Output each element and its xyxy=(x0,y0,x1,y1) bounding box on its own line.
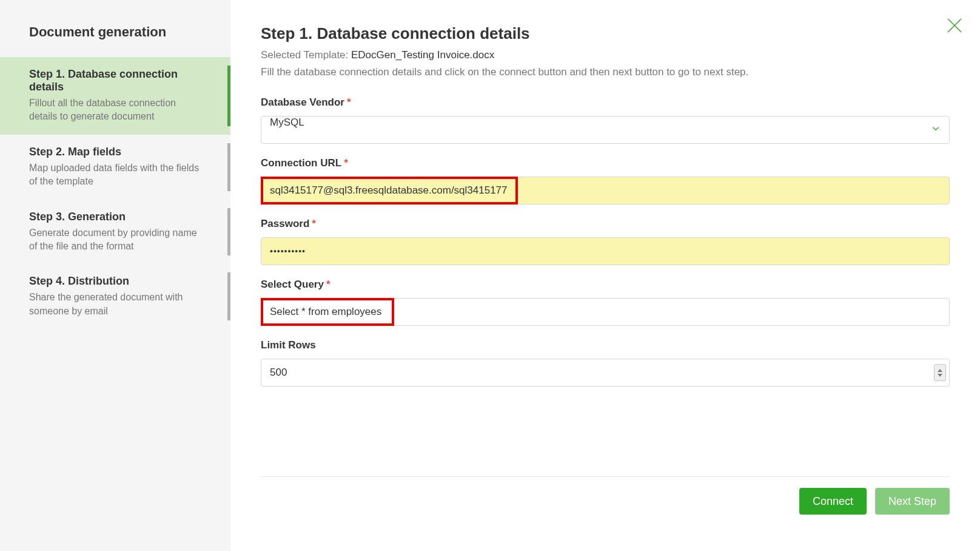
step-title: Step 4. Distribution xyxy=(29,275,201,288)
required-indicator: * xyxy=(344,157,348,169)
required-indicator: * xyxy=(312,218,316,229)
step-title: Step 3. Generation xyxy=(29,211,201,223)
password-input[interactable] xyxy=(261,237,950,265)
step-desc: Fillout all the database connection deta… xyxy=(29,96,201,124)
page-title: Step 1. Database connection details xyxy=(261,24,950,43)
limit-label: Limit Rows xyxy=(261,339,950,351)
sidebar-step-1[interactable]: Step 1. Database connection details Fill… xyxy=(0,57,230,135)
sidebar-step-4[interactable]: Step 4. Distribution Share the generated… xyxy=(0,264,230,329)
connect-button[interactable]: Connect xyxy=(799,488,867,515)
sidebar-step-3[interactable]: Step 3. Generation Generate document by … xyxy=(0,200,230,265)
spinner-up-icon xyxy=(938,369,942,372)
step-desc: Generate document by providing name of t… xyxy=(29,226,201,254)
vendor-group: Database Vendor* MySQL xyxy=(261,96,950,144)
url-group: Connection URL* xyxy=(261,157,950,205)
query-group: Select Query* xyxy=(261,279,950,326)
close-button[interactable] xyxy=(946,17,963,36)
required-indicator: * xyxy=(347,96,351,108)
sidebar: Document generation Step 1. Database con… xyxy=(0,0,230,551)
step-title: Step 2. Map fields xyxy=(29,146,201,158)
vendor-label: Database Vendor* xyxy=(261,96,950,109)
number-spinner[interactable] xyxy=(934,364,946,381)
url-label: Connection URL* xyxy=(261,157,950,169)
query-input[interactable] xyxy=(261,298,950,326)
password-group: Password* xyxy=(261,218,950,265)
query-label: Select Query* xyxy=(261,279,950,291)
password-label: Password* xyxy=(261,218,950,230)
required-indicator: * xyxy=(326,279,331,290)
step-desc: Map uploaded data fields with the fields… xyxy=(29,161,201,189)
selected-template-row: Selected Template: EDocGen_Testing Invoi… xyxy=(261,49,950,61)
sidebar-title: Document generation xyxy=(0,19,230,57)
selected-template-label: Selected Template: xyxy=(261,49,351,61)
vendor-select-wrapper: MySQL xyxy=(261,116,950,144)
sidebar-step-2[interactable]: Step 2. Map fields Map uploaded data fie… xyxy=(0,135,230,200)
step-title: Step 1. Database connection details xyxy=(29,68,201,93)
selected-template-name: EDocGen_Testing Invoice.docx xyxy=(351,49,494,61)
footer-actions: Connect Next Step xyxy=(261,476,950,515)
spinner-down-icon xyxy=(938,374,942,377)
main-content: Step 1. Database connection details Sele… xyxy=(230,0,980,551)
step-desc: Share the generated document with someon… xyxy=(29,291,201,318)
limit-rows-input[interactable] xyxy=(261,359,950,387)
close-icon xyxy=(946,17,963,34)
app-container: Document generation Step 1. Database con… xyxy=(0,0,980,551)
instruction-text: Fill the database connection details and… xyxy=(261,66,950,78)
connection-url-input[interactable] xyxy=(261,177,950,205)
next-step-button[interactable]: Next Step xyxy=(875,488,950,515)
vendor-select[interactable]: MySQL xyxy=(261,116,950,144)
limit-group: Limit Rows xyxy=(261,339,950,387)
